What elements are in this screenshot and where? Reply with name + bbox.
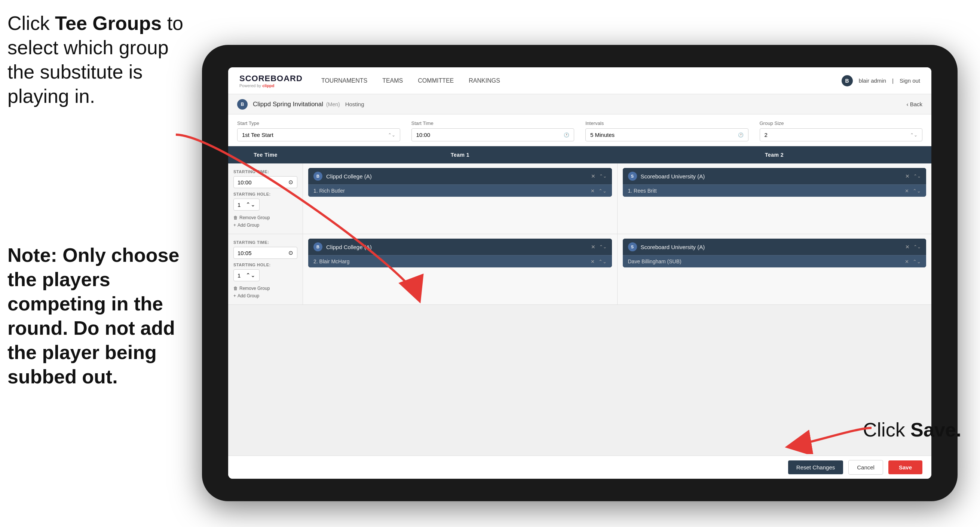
team1-player-controls-2-0: ✕ ⌃⌄ bbox=[590, 259, 607, 264]
group-size-input[interactable]: 2 ⌃⌄ bbox=[760, 128, 923, 142]
hole-arrow-icon-2: ⌃⌄ bbox=[246, 272, 256, 279]
remove-group-btn-2[interactable]: 🗑 Remove Group bbox=[234, 286, 298, 291]
start-time-group: Start Time 10:00 🕐 bbox=[412, 121, 574, 142]
nav-committee[interactable]: COMMITTEE bbox=[418, 76, 454, 86]
team1-player-row-2-0: 2. Blair McHarg ✕ ⌃⌄ bbox=[308, 255, 612, 267]
player-remove-icon-t2-1-0[interactable]: ✕ bbox=[905, 188, 909, 194]
team1-card-2[interactable]: B Clippd College (A) ✕ ⌃⌄ 2. Blair McHar… bbox=[308, 239, 612, 267]
start-time-input[interactable]: 10:00 🕐 bbox=[412, 128, 574, 142]
team2-player-row-2-0: Dave Billingham (SUB) ✕ ⌃⌄ bbox=[623, 255, 926, 267]
trash-icon-1: 🗑 bbox=[234, 215, 238, 220]
player-remove-icon-1-0[interactable]: ✕ bbox=[590, 188, 595, 194]
teams-area-1: B Clippd College (A) ✕ ⌃⌄ 1. Rich Butler bbox=[303, 164, 931, 234]
team2-avatar-1: S bbox=[628, 172, 637, 181]
tee-row-1: STARTING TIME: 10:00 ⊙ STARTING HOLE: 1 … bbox=[228, 164, 931, 234]
start-type-input[interactable]: 1st Tee Start ⌃⌄ bbox=[237, 128, 400, 142]
intervals-input[interactable]: 5 Minutes 🕐 bbox=[585, 128, 748, 142]
player-reorder-icon-t2-2-0: ⌃⌄ bbox=[913, 259, 921, 264]
hole-arrow-icon-1: ⌃⌄ bbox=[246, 201, 256, 208]
team1-col-1: B Clippd College (A) ✕ ⌃⌄ 1. Rich Butler bbox=[303, 164, 617, 234]
team2-reorder-icon-1[interactable]: ⌃⌄ bbox=[913, 174, 921, 179]
team1-reorder-icon-2[interactable]: ⌃⌄ bbox=[599, 244, 607, 250]
nav-username: blair admin bbox=[859, 77, 886, 84]
time-clock-icon-2: ⊙ bbox=[288, 250, 293, 256]
intervals-group: Intervals 5 Minutes 🕐 bbox=[585, 121, 748, 142]
reset-changes-button[interactable]: Reset Changes bbox=[788, 460, 843, 474]
breadcrumb-title: Clippd Spring Invitational bbox=[253, 100, 323, 108]
team2-col-2: S Scoreboard University (A) ✕ ⌃⌄ Dave Bi… bbox=[617, 234, 932, 304]
hole-input-1[interactable]: 1 ⌃⌄ bbox=[234, 199, 259, 210]
team2-player-controls-1-0: ✕ ⌃⌄ bbox=[905, 188, 921, 194]
add-group-btn-1[interactable]: + Add Group bbox=[234, 223, 298, 228]
nav-tournaments[interactable]: TOURNAMENTS bbox=[321, 76, 368, 86]
th-team1: Team 1 bbox=[303, 152, 617, 158]
start-type-label: Start Type bbox=[237, 121, 400, 126]
plus-icon-2: + bbox=[234, 293, 236, 298]
tee-row-2: STARTING TIME: 10:05 ⊙ STARTING HOLE: 1 … bbox=[228, 234, 931, 305]
instruction-bottom: Note: Only choose the players competing … bbox=[8, 243, 191, 389]
team2-controls-1: ✕ ⌃⌄ bbox=[905, 173, 921, 179]
hole-label-2: STARTING HOLE: bbox=[234, 263, 298, 267]
hole-input-2[interactable]: 1 ⌃⌄ bbox=[234, 269, 259, 281]
remove-group-btn-1[interactable]: 🗑 Remove Group bbox=[234, 215, 298, 220]
th-team2: Team 2 bbox=[617, 152, 931, 158]
nav-avatar: B bbox=[842, 75, 853, 86]
starting-time-label-1: STARTING TIME: bbox=[234, 169, 298, 174]
team2-card-2[interactable]: S Scoreboard University (A) ✕ ⌃⌄ Dave Bi… bbox=[623, 239, 926, 267]
team2-player-name-1-0: 1. Rees Britt bbox=[628, 188, 657, 194]
group-size-group: Group Size 2 ⌃⌄ bbox=[760, 121, 923, 142]
breadcrumb-gender: (Men) bbox=[326, 101, 340, 107]
team1-remove-icon-2[interactable]: ✕ bbox=[591, 244, 595, 250]
team2-remove-icon-1[interactable]: ✕ bbox=[905, 173, 910, 179]
cancel-button[interactable]: Cancel bbox=[848, 460, 883, 474]
add-group-btn-2[interactable]: + Add Group bbox=[234, 293, 298, 298]
team1-name-2: Clippd College (A) bbox=[326, 244, 587, 250]
instruction-top-prefix: Click bbox=[8, 12, 55, 34]
team2-reorder-icon-2[interactable]: ⌃⌄ bbox=[913, 244, 921, 250]
navbar: SCOREBOARD Powered by clippd TOURNAMENTS… bbox=[228, 67, 931, 94]
team1-name-1: Clippd College (A) bbox=[326, 173, 587, 180]
sign-out-link[interactable]: Sign out bbox=[900, 77, 920, 84]
team1-col-2: B Clippd College (A) ✕ ⌃⌄ 2. Blair McHar… bbox=[303, 234, 617, 304]
team2-avatar-2: S bbox=[628, 242, 637, 252]
note-bold: Note: Only choose the players competing … bbox=[8, 244, 179, 387]
start-time-label: Start Time bbox=[412, 121, 574, 126]
starting-time-label-2: STARTING TIME: bbox=[234, 240, 298, 245]
team1-card-1[interactable]: B Clippd College (A) ✕ ⌃⌄ 1. Rich Butler bbox=[308, 168, 612, 197]
logo-area: SCOREBOARD Powered by clippd bbox=[239, 74, 302, 88]
time-input-1[interactable]: 10:00 ⊙ bbox=[234, 176, 298, 188]
bottom-bar: Reset Changes Cancel Save bbox=[228, 455, 931, 479]
team1-player-name-2-0: 2. Blair McHarg bbox=[313, 258, 349, 264]
player-remove-icon-2-0[interactable]: ✕ bbox=[590, 259, 595, 264]
nav-teams[interactable]: TEAMS bbox=[382, 76, 403, 86]
team1-player-controls-1-0: ✕ ⌃⌄ bbox=[590, 188, 607, 194]
team2-card-1[interactable]: S Scoreboard University (A) ✕ ⌃⌄ 1. Rees… bbox=[623, 168, 926, 197]
group-size-label: Group Size bbox=[760, 121, 923, 126]
back-button[interactable]: ‹ Back bbox=[906, 101, 923, 107]
team1-remove-icon-1[interactable]: ✕ bbox=[591, 173, 595, 179]
player-reorder-icon-2-0: ⌃⌄ bbox=[598, 259, 607, 264]
player-remove-icon-t2-2-0[interactable]: ✕ bbox=[905, 259, 909, 264]
hole-label-1: STARTING HOLE: bbox=[234, 192, 298, 196]
main-content: STARTING TIME: 10:00 ⊙ STARTING HOLE: 1 … bbox=[228, 164, 931, 455]
team1-reorder-icon-1[interactable]: ⌃⌄ bbox=[599, 174, 607, 179]
team1-player-name-1-0: 1. Rich Butler bbox=[313, 188, 345, 194]
instruction-top: Click Tee Groups to select which group t… bbox=[8, 11, 191, 108]
group-size-arrow-icon: ⌃⌄ bbox=[910, 132, 918, 138]
time-input-2[interactable]: 10:05 ⊙ bbox=[234, 247, 298, 259]
start-type-group: Start Type 1st Tee Start ⌃⌄ bbox=[237, 121, 400, 142]
team2-remove-icon-2[interactable]: ✕ bbox=[905, 244, 910, 250]
team2-name-1: Scoreboard University (A) bbox=[641, 173, 902, 180]
intervals-label: Intervals bbox=[585, 121, 748, 126]
start-type-arrow-icon: ⌃⌄ bbox=[388, 132, 395, 138]
click-save-text: Click Save. bbox=[863, 419, 961, 441]
save-button[interactable]: Save bbox=[888, 460, 923, 474]
save-bold: Save. bbox=[910, 419, 961, 441]
team1-avatar-2: B bbox=[313, 242, 323, 252]
player-reorder-icon-1-0: ⌃⌄ bbox=[598, 188, 607, 194]
team1-card-header-1: B Clippd College (A) ✕ ⌃⌄ bbox=[308, 168, 612, 185]
tee-time-col-1: STARTING TIME: 10:00 ⊙ STARTING HOLE: 1 … bbox=[228, 164, 303, 234]
team1-avatar-1: B bbox=[313, 172, 323, 181]
nav-rankings[interactable]: RANKINGS bbox=[469, 76, 500, 86]
tee-time-col-2: STARTING TIME: 10:05 ⊙ STARTING HOLE: 1 … bbox=[228, 234, 303, 304]
